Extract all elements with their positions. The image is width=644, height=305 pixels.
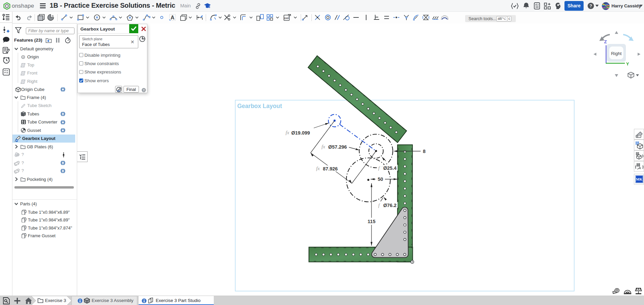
svg-text:Ø76.2: Ø76.2 (383, 203, 397, 208)
svg-text:fx: fx (316, 166, 320, 171)
svg-text:Y: Y (626, 61, 629, 66)
svg-text:Right: Right (611, 51, 622, 56)
svg-text:Ø57.296: Ø57.296 (328, 144, 347, 150)
svg-text:A: A (170, 15, 175, 20)
svg-text:fx: fx (321, 144, 325, 149)
svg-text:Gearbox Layout: Gearbox Layout (237, 103, 282, 109)
svg-text:87.926: 87.926 (323, 166, 338, 171)
svg-text:50: 50 (378, 176, 383, 182)
svg-text:115: 115 (367, 219, 375, 224)
svg-text:Ø19.099: Ø19.099 (291, 130, 310, 136)
svg-text:DXF: DXF (284, 17, 289, 19)
svg-text:8: 8 (423, 149, 426, 154)
svg-text:?: ? (590, 3, 592, 8)
svg-text:?: ? (143, 88, 145, 92)
svg-text:fx: fx (286, 130, 289, 135)
svg-text:Ø25.4: Ø25.4 (383, 165, 397, 171)
svg-text:Z: Z (604, 39, 607, 44)
